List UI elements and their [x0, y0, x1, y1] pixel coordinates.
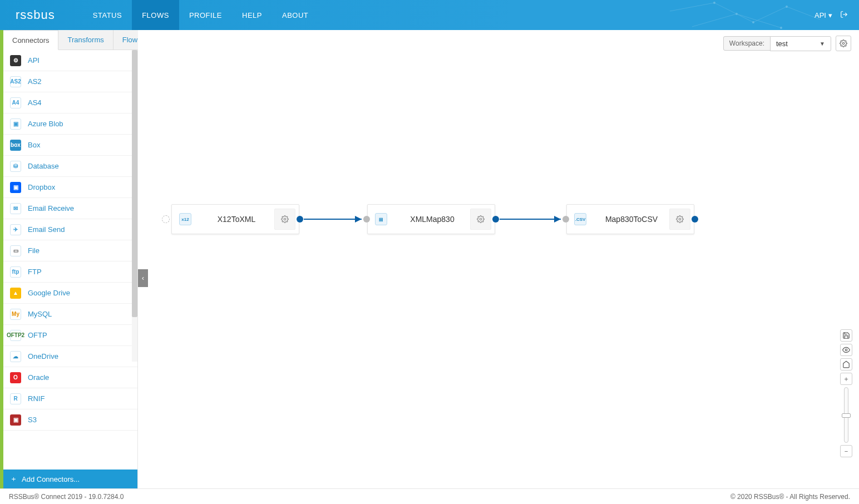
- connector-label: Email Send: [28, 225, 65, 234]
- node-settings-button[interactable]: [470, 209, 491, 230]
- node-settings-button[interactable]: [274, 209, 295, 230]
- connector-label: File: [28, 246, 40, 255]
- connector-icon: ☁: [10, 351, 21, 362]
- zoom-in-button[interactable]: ＋: [840, 373, 852, 385]
- sidebar-collapse-handle[interactable]: ‹: [138, 269, 148, 287]
- plus-icon: ＋: [843, 374, 850, 384]
- connector-icon: ▣: [10, 118, 21, 130]
- nav-item-about[interactable]: ABOUT: [272, 0, 318, 30]
- plus-icon: ＋: [10, 474, 17, 484]
- home-icon: [842, 360, 850, 368]
- connector-label: OFTP: [28, 331, 47, 339]
- top-nav: rssbus STATUSFLOWSPROFILEHELPABOUT API ▾: [0, 0, 859, 30]
- svg-line-0: [670, 3, 714, 11]
- nav-item-flows[interactable]: FLOWS: [132, 0, 179, 30]
- caret-down-icon: ▾: [828, 11, 832, 19]
- connector-label: Azure Blob: [28, 120, 63, 128]
- svg-point-7: [752, 21, 754, 23]
- port-in-slot[interactable]: [162, 215, 170, 223]
- sidebar-scrollbar[interactable]: [132, 50, 137, 362]
- flow-node-n2[interactable]: ▤XMLMap830: [367, 204, 495, 234]
- connector-label: RNIF: [28, 394, 45, 403]
- api-dropdown[interactable]: API ▾: [814, 11, 832, 19]
- nav-item-help[interactable]: HELP: [232, 0, 272, 30]
- connector-label: Database: [28, 162, 59, 170]
- flow-edges: [138, 30, 859, 488]
- connector-item-rnif[interactable]: RRNIF: [3, 388, 137, 409]
- connector-list: ⚙APIAS2AS2A4AS4▣Azure BlobboxBox⛁Databas…: [3, 50, 137, 470]
- connector-label: Dropbox: [28, 183, 55, 191]
- svg-line-2: [753, 7, 787, 22]
- flow-node-n3[interactable]: .CSVMap830ToCSV: [566, 204, 694, 234]
- logout-icon[interactable]: [840, 11, 848, 20]
- chevron-left-icon: ‹: [142, 274, 144, 282]
- footer-copyright: © 2020 RSSBus® - All Rights Reserved.: [730, 493, 850, 501]
- connector-item-google-drive[interactable]: ▲Google Drive: [3, 283, 137, 304]
- connector-icon: A4: [10, 97, 21, 108]
- connector-item-email-receive[interactable]: ✉Email Receive: [3, 198, 137, 219]
- canvas-view-button[interactable]: [840, 344, 852, 356]
- connector-item-mysql[interactable]: MyMySQL: [3, 304, 137, 325]
- svg-point-8: [786, 6, 788, 8]
- svg-line-4: [692, 14, 737, 27]
- connector-icon: O: [10, 372, 21, 383]
- connector-item-api[interactable]: ⚙API: [3, 50, 137, 71]
- footer-version: RSSBus® Connect 2019 - 19.0.7284.0: [9, 493, 124, 501]
- connector-item-email-send[interactable]: ✈Email Send: [3, 219, 137, 240]
- connector-item-dropbox[interactable]: ▣Dropbox: [3, 177, 137, 198]
- zoom-thumb[interactable]: [842, 413, 851, 418]
- nav-item-profile[interactable]: PROFILE: [179, 0, 232, 30]
- flow-node-n1[interactable]: x12X12ToXML: [171, 204, 299, 234]
- add-connectors-label: Add Connectors...: [22, 475, 80, 483]
- connector-item-ftp[interactable]: ftpFTP: [3, 261, 137, 283]
- sidebar-tab-connectors[interactable]: Connectors: [3, 30, 58, 50]
- canvas-save-button[interactable]: [840, 329, 852, 342]
- zoom-out-button[interactable]: －: [840, 445, 852, 457]
- nav-item-status[interactable]: STATUS: [83, 0, 132, 30]
- port-in[interactable]: [363, 216, 370, 223]
- node-settings-button[interactable]: [669, 209, 690, 230]
- gear-icon: [676, 215, 684, 223]
- zoom-slider[interactable]: [844, 387, 848, 443]
- connector-item-onedrive[interactable]: ☁OneDrive: [3, 346, 137, 367]
- connector-label: AS2: [28, 77, 42, 86]
- connector-item-azure-blob[interactable]: ▣Azure Blob: [3, 113, 137, 135]
- nav-decoration: [670, 0, 826, 30]
- csv-icon: .CSV: [574, 213, 586, 225]
- connector-label: Google Drive: [28, 289, 70, 297]
- add-connectors-button[interactable]: ＋ Add Connectors...: [3, 470, 137, 488]
- xml-icon: ▤: [375, 213, 387, 225]
- connector-label: S3: [28, 416, 37, 424]
- connector-icon: box: [10, 140, 21, 151]
- connector-item-as4[interactable]: A4AS4: [3, 92, 137, 113]
- connector-item-oftp[interactable]: OFTP2OFTP: [3, 325, 137, 346]
- api-label: API: [814, 11, 826, 19]
- svg-point-16: [845, 349, 847, 351]
- canvas-home-button[interactable]: [840, 358, 852, 370]
- connector-icon: ▣: [10, 414, 21, 426]
- port-out[interactable]: [692, 216, 698, 223]
- connector-item-file[interactable]: ▭File: [3, 240, 137, 261]
- sidebar-tab-transforms[interactable]: Transforms: [58, 30, 113, 50]
- connector-item-database[interactable]: ⛁Database: [3, 156, 137, 177]
- connector-item-box[interactable]: boxBox: [3, 135, 137, 156]
- svg-point-6: [713, 2, 715, 4]
- connector-label: Email Receive: [28, 204, 74, 213]
- minus-icon: －: [843, 447, 850, 456]
- flow-canvas[interactable]: Workspace: test ▼ x12X12ToXML▤XMLMap830.…: [138, 30, 859, 488]
- node-label: X12ToXML: [199, 215, 274, 224]
- connector-item-as2[interactable]: AS2AS2: [3, 71, 137, 92]
- connector-label: API: [28, 56, 40, 65]
- gear-icon: [281, 215, 289, 223]
- port-out[interactable]: [492, 216, 499, 223]
- nav-items: STATUSFLOWSPROFILEHELPABOUT: [83, 0, 318, 30]
- connector-item-oracle[interactable]: OOracle: [3, 367, 137, 388]
- connector-label: MySQL: [28, 310, 52, 318]
- port-in[interactable]: [562, 216, 569, 223]
- connector-item-s3[interactable]: ▣S3: [3, 409, 137, 431]
- sidebar-scroll-thumb[interactable]: [132, 50, 137, 317]
- port-out[interactable]: [297, 216, 303, 223]
- svg-line-1: [714, 3, 753, 22]
- connector-icon: ⚙: [10, 55, 21, 66]
- svg-point-13: [284, 218, 286, 220]
